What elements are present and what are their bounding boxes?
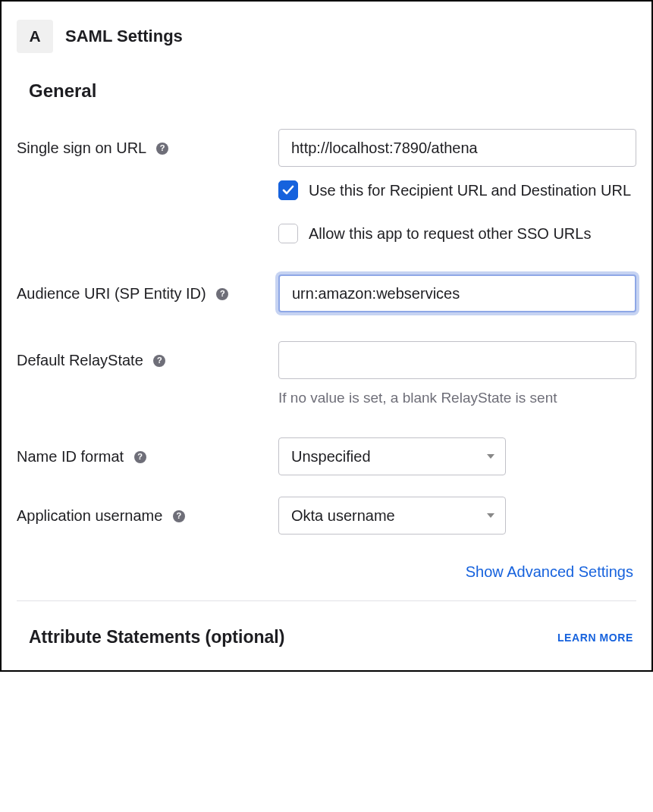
application-username-select[interactable]: Okta username <box>278 497 506 535</box>
learn-more-link[interactable]: LEARN MORE <box>557 632 633 644</box>
help-icon[interactable]: ? <box>216 288 228 300</box>
help-icon[interactable]: ? <box>173 510 185 522</box>
general-heading: General <box>29 80 636 102</box>
checkbox-allow-other-sso-urls[interactable] <box>278 224 298 243</box>
label-relaystate: Default RelayState ? <box>17 341 278 372</box>
help-icon[interactable]: ? <box>156 143 168 155</box>
row-sso-url: Single sign on URL ? Use this for Recipi… <box>17 129 636 246</box>
label-sso-url: Single sign on URL ? <box>17 129 278 160</box>
nameid-format-select[interactable]: Unspecified <box>278 437 506 475</box>
row-application-username: Application username ? Okta username <box>17 497 636 535</box>
row-relaystate: Default RelayState ? If no value is set,… <box>17 341 636 409</box>
attribute-statements-heading: Attribute Statements (optional) <box>29 627 284 647</box>
help-icon[interactable]: ? <box>134 451 146 463</box>
nameid-format-selected: Unspecified <box>291 448 371 466</box>
step-badge: A <box>17 20 53 53</box>
label-application-username: Application username ? <box>17 497 278 528</box>
row-audience-uri: Audience URI (SP Entity ID) ? <box>17 274 636 312</box>
checkbox-use-recipient-url[interactable] <box>278 180 298 200</box>
relaystate-input[interactable] <box>278 341 636 379</box>
label-nameid-format: Name ID format ? <box>17 437 278 469</box>
divider <box>17 600 636 601</box>
audience-uri-input[interactable] <box>278 274 636 312</box>
chevron-down-icon <box>487 513 494 518</box>
show-advanced-settings-link[interactable]: Show Advanced Settings <box>466 563 633 580</box>
help-icon[interactable]: ? <box>153 355 165 367</box>
saml-settings-panel: A SAML Settings General Single sign on U… <box>0 0 653 672</box>
label-audience-uri: Audience URI (SP Entity ID) ? <box>17 274 278 306</box>
panel-header: A SAML Settings <box>17 20 636 53</box>
checkbox-allow-other-sso-urls-label: Allow this app to request other SSO URLs <box>309 222 591 246</box>
row-nameid-format: Name ID format ? Unspecified <box>17 437 636 475</box>
relaystate-helper: If no value is set, a blank RelayState i… <box>278 387 636 409</box>
panel-title: SAML Settings <box>65 27 183 46</box>
chevron-down-icon <box>487 454 494 459</box>
sso-url-input[interactable] <box>278 129 636 167</box>
application-username-selected: Okta username <box>291 507 395 525</box>
checkbox-use-recipient-url-label: Use this for Recipient URL and Destinati… <box>309 179 631 202</box>
